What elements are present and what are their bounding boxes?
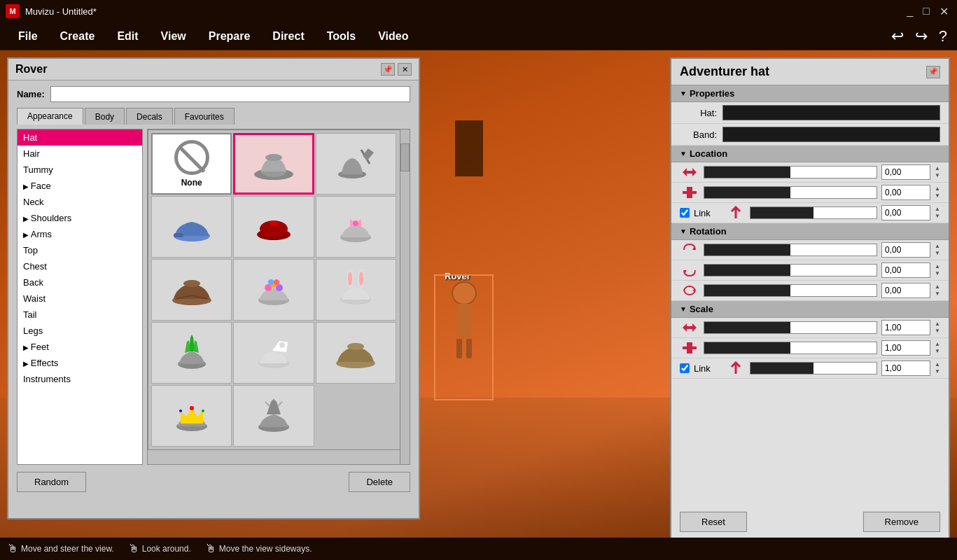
hat-grid-scrollbar[interactable] (400, 130, 410, 464)
hat-hairdryer[interactable] (233, 322, 314, 384)
hat-cowboy[interactable] (151, 259, 232, 321)
loc-spinner-x[interactable]: ▲ ▼ (935, 165, 940, 179)
reset-button[interactable]: Reset (680, 512, 747, 532)
bodypart-tummy[interactable]: Tummy (18, 162, 142, 178)
loc-slider-y[interactable] (704, 186, 877, 199)
rot-spinner-y[interactable]: ▲ ▼ (935, 263, 940, 277)
menu-tools[interactable]: Tools (316, 27, 367, 46)
hat-bunny[interactable] (316, 259, 396, 321)
rotation-section-header[interactable]: ▼ Rotation (671, 223, 949, 240)
menu-edit[interactable]: Edit (106, 27, 149, 46)
random-button[interactable]: Random (17, 472, 86, 492)
bodypart-tail[interactable]: Tail (18, 307, 142, 323)
remove-button[interactable]: Remove (863, 512, 940, 532)
scale-link-checkbox[interactable] (680, 363, 690, 373)
undo-button[interactable]: ↩ (888, 26, 907, 47)
location-section-header[interactable]: ▼ Location (671, 146, 949, 162)
bodypart-top[interactable]: Top (18, 242, 142, 258)
hat-adventurer[interactable] (233, 133, 314, 195)
bodypart-arms[interactable]: Arms (18, 226, 142, 242)
scale-slider-x[interactable] (704, 321, 877, 334)
close-button[interactable]: ✕ (937, 5, 951, 18)
minimize-button[interactable]: _ (904, 5, 916, 18)
bodypart-hair[interactable]: Hair (18, 146, 142, 162)
rot-spinner-z[interactable]: ▲ ▼ (935, 284, 940, 298)
rot-slider-x[interactable] (704, 244, 877, 256)
tab-body[interactable]: Body (85, 108, 125, 125)
menu-file[interactable]: File (7, 27, 49, 46)
menu-prepare[interactable]: Prepare (197, 27, 262, 46)
adv-panel-pin[interactable]: 📌 (926, 66, 940, 78)
scale-spinner-x[interactable]: ▲ ▼ (935, 321, 940, 335)
bodypart-shoulders[interactable]: Shoulders (18, 210, 142, 226)
bodypart-hat[interactable]: Hat (18, 130, 142, 146)
tab-favourites[interactable]: Favourites (174, 108, 235, 125)
loc-spinner-z[interactable]: ▲ ▼ (935, 206, 940, 220)
scale-section-header[interactable]: ▼ Scale (671, 301, 949, 318)
redo-button[interactable]: ↪ (912, 26, 930, 47)
rotation-label: Rotation (690, 226, 727, 237)
band-color-swatch[interactable] (722, 127, 940, 142)
hat-color-row: Hat: (671, 102, 949, 124)
hat-flower[interactable] (233, 259, 314, 321)
menu-direct[interactable]: Direct (261, 27, 315, 46)
hat-color-swatch[interactable] (722, 105, 940, 120)
loc-value-z: 0,00 (881, 205, 930, 220)
loc-spinner-y[interactable]: ▲ ▼ (935, 186, 940, 200)
bodypart-waist[interactable]: Waist (18, 290, 142, 307)
delete-button[interactable]: Delete (349, 472, 410, 492)
hat-grid-container[interactable]: None (147, 129, 410, 465)
status-item-2: 🖱 Look around. (128, 542, 191, 555)
body-parts-list[interactable]: Hat Hair Tummy Face Neck Shoulders Arms … (17, 129, 143, 465)
hat-axe-img (331, 139, 380, 188)
svg-rect-42 (683, 346, 697, 349)
hat-flower-img (249, 265, 298, 314)
scale-spinner-z[interactable]: ▲ ▼ (935, 361, 940, 375)
rover-panel-pin[interactable]: 📌 (381, 63, 395, 76)
location-link-checkbox[interactable] (680, 208, 690, 218)
menu-view[interactable]: View (150, 27, 197, 46)
hat-axe[interactable] (316, 133, 396, 195)
hat-none[interactable]: None (151, 133, 232, 195)
svg-point-26 (359, 272, 363, 286)
help-button[interactable]: ? (936, 26, 950, 47)
hat-spike[interactable] (233, 385, 314, 447)
tab-decals[interactable]: Decals (126, 108, 173, 125)
no-symbol (174, 140, 209, 175)
hat-grid[interactable]: None (148, 130, 410, 450)
hat-crown[interactable] (151, 385, 232, 447)
bodypart-face[interactable]: Face (18, 178, 142, 194)
bodypart-effects[interactable]: Effects (18, 355, 142, 371)
menu-video[interactable]: Video (367, 27, 419, 46)
menu-create[interactable]: Create (49, 27, 106, 46)
properties-section-header[interactable]: ▼ Properties (671, 85, 949, 102)
bodypart-back[interactable]: Back (18, 274, 142, 290)
maximize-button[interactable]: □ (920, 5, 932, 18)
scale-spinner-y[interactable]: ▲ ▼ (935, 341, 940, 355)
hat-cap-blue[interactable] (151, 196, 232, 258)
panel-footer: Random Delete (8, 465, 419, 499)
hat-mohawk[interactable] (151, 322, 232, 384)
tab-appearance[interactable]: Appearance (17, 108, 83, 125)
loc-slider-x[interactable] (704, 166, 877, 178)
name-row: Name: Rover (8, 80, 419, 108)
rot-slider-z[interactable] (704, 284, 877, 297)
hat-bow[interactable] (316, 196, 396, 258)
loc-slider-z[interactable] (750, 206, 877, 219)
scale-slider-z[interactable] (750, 362, 877, 374)
rover-panel-close[interactable]: ✕ (398, 63, 412, 76)
name-input[interactable]: Rover (50, 86, 410, 102)
hat-cap-img (167, 202, 216, 251)
rot-spinner-x[interactable]: ▲ ▼ (935, 243, 940, 257)
status-text-2: Look around. (142, 544, 191, 554)
hat-beret[interactable] (233, 196, 314, 258)
bodypart-neck[interactable]: Neck (18, 194, 142, 210)
hat-cowboy2[interactable] (316, 322, 396, 384)
bodypart-chest[interactable]: Chest (18, 258, 142, 274)
bodypart-legs[interactable]: Legs (18, 323, 142, 339)
bodypart-instruments[interactable]: Instruments (18, 371, 142, 387)
panel-content: Hat Hair Tummy Face Neck Shoulders Arms … (8, 129, 419, 465)
rot-slider-y[interactable] (704, 264, 877, 276)
scale-slider-y[interactable] (704, 342, 877, 354)
bodypart-feet[interactable]: Feet (18, 339, 142, 355)
